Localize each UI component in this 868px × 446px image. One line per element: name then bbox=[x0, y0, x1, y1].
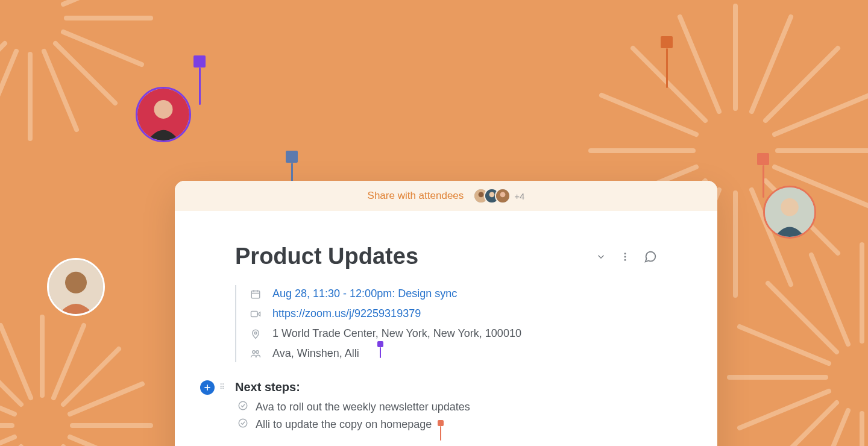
pin-icon bbox=[661, 36, 673, 88]
comment-icon[interactable] bbox=[644, 250, 657, 263]
svg-point-77 bbox=[624, 256, 626, 257]
svg-line-45 bbox=[752, 17, 791, 111]
document-card: Share with attendees +4 Product Updates bbox=[175, 181, 717, 446]
svg-point-85 bbox=[254, 331, 257, 334]
checklist-item[interactable]: Alli to update the copy on homepage bbox=[237, 418, 657, 432]
pin-icon bbox=[757, 153, 769, 198]
svg-point-71 bbox=[479, 192, 484, 197]
meeting-video-link[interactable]: https://zoom.us/j/92259319379 bbox=[272, 307, 421, 320]
avatar bbox=[47, 258, 105, 316]
chevron-down-icon[interactable] bbox=[596, 251, 606, 262]
document-title[interactable]: Product Updates bbox=[235, 243, 418, 269]
svg-line-9 bbox=[44, 51, 77, 130]
svg-line-5 bbox=[55, 43, 115, 103]
drag-handle-icon[interactable]: ⠿ bbox=[219, 383, 226, 391]
meeting-date-link[interactable]: Aug 28, 11:30 - 12:00pm: Design sync bbox=[272, 287, 457, 300]
svg-point-65 bbox=[154, 100, 173, 119]
share-bar: Share with attendees +4 bbox=[175, 181, 717, 211]
svg-point-90 bbox=[239, 401, 247, 410]
people-icon bbox=[250, 348, 262, 359]
svg-line-47 bbox=[775, 95, 868, 134]
next-steps-heading[interactable]: Next steps: bbox=[235, 380, 300, 394]
svg-rect-79 bbox=[251, 291, 260, 298]
svg-line-31 bbox=[70, 384, 142, 414]
svg-point-73 bbox=[489, 192, 495, 197]
attendee-overflow-count[interactable]: +4 bbox=[514, 191, 524, 201]
svg-rect-83 bbox=[251, 311, 258, 316]
check-circle-icon[interactable] bbox=[237, 400, 248, 414]
pin-icon bbox=[438, 420, 444, 441]
svg-line-20 bbox=[0, 349, 21, 404]
pin-icon bbox=[193, 55, 206, 105]
svg-point-69 bbox=[781, 198, 799, 216]
svg-line-29 bbox=[54, 325, 84, 398]
svg-line-23 bbox=[63, 349, 119, 404]
calendar-icon bbox=[250, 289, 262, 300]
avatar bbox=[495, 188, 511, 204]
svg-line-26 bbox=[0, 384, 14, 414]
more-options-icon[interactable] bbox=[620, 251, 631, 262]
svg-line-24 bbox=[1, 325, 31, 398]
attendee-avatars[interactable]: +4 bbox=[473, 188, 524, 204]
svg-line-58 bbox=[740, 327, 829, 363]
meeting-meta: Aug 28, 11:30 - 12:00pm: Design sync htt… bbox=[235, 285, 657, 362]
svg-line-56 bbox=[811, 255, 848, 344]
svg-point-76 bbox=[624, 253, 626, 254]
share-with-attendees-link[interactable]: Share with attendees bbox=[368, 190, 464, 202]
decorative-starburst bbox=[723, 239, 868, 446]
svg-line-60 bbox=[811, 410, 848, 446]
avatar bbox=[136, 87, 191, 142]
svg-line-15 bbox=[63, 0, 142, 4]
video-icon bbox=[250, 309, 262, 319]
svg-line-52 bbox=[768, 283, 837, 352]
svg-point-67 bbox=[65, 272, 87, 294]
svg-point-86 bbox=[253, 350, 256, 353]
meeting-attendees: Ava, Winshen, Alli bbox=[272, 347, 359, 360]
decorative-starburst bbox=[0, 311, 157, 446]
svg-point-75 bbox=[500, 192, 506, 197]
svg-point-91 bbox=[239, 419, 247, 427]
check-circle-icon[interactable] bbox=[237, 418, 248, 432]
pin-icon bbox=[377, 341, 383, 358]
svg-point-87 bbox=[256, 350, 259, 353]
svg-line-62 bbox=[740, 391, 829, 428]
checklist-item[interactable]: Ava to roll out the weekly newsletter up… bbox=[237, 400, 657, 414]
svg-line-30 bbox=[0, 437, 14, 446]
decorative-starburst bbox=[0, 0, 157, 147]
location-icon bbox=[250, 328, 262, 339]
svg-line-27 bbox=[70, 437, 142, 446]
svg-point-78 bbox=[624, 259, 626, 260]
checklist-item-text: Ava to roll out the weekly newsletter up… bbox=[256, 401, 470, 413]
meeting-location: 1 World Trade Center, New York, New York… bbox=[272, 327, 521, 340]
avatar bbox=[763, 186, 816, 239]
add-block-button[interactable] bbox=[200, 380, 215, 395]
svg-line-54 bbox=[768, 403, 837, 446]
svg-line-12 bbox=[0, 51, 16, 130]
svg-line-6 bbox=[0, 43, 5, 103]
svg-line-39 bbox=[766, 48, 838, 121]
svg-line-40 bbox=[680, 17, 719, 111]
svg-line-11 bbox=[63, 32, 142, 64]
svg-line-42 bbox=[602, 95, 696, 134]
checklist-item-text: Alli to update the copy on homepage bbox=[256, 418, 432, 431]
